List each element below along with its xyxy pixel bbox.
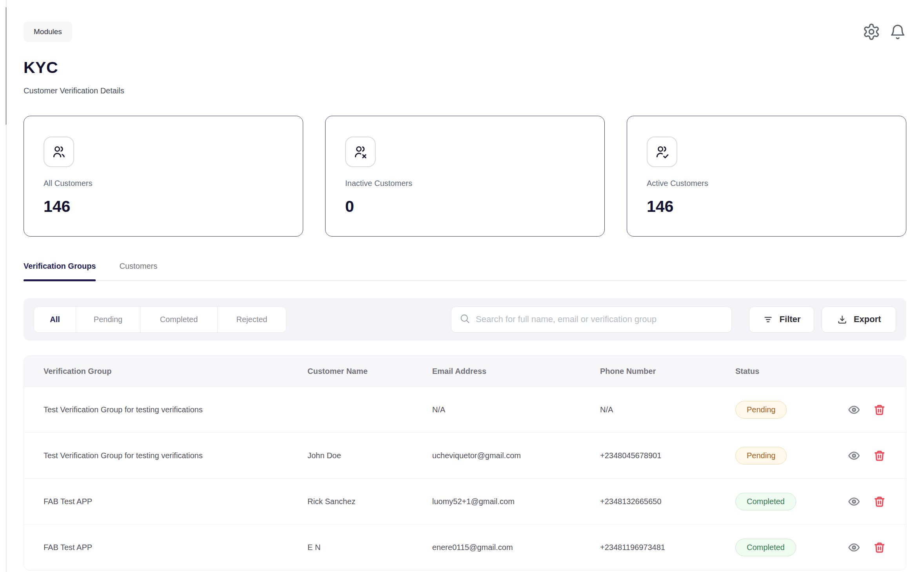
cell-phone: +2348045678901 [600,451,735,460]
filter-lines-icon [763,314,773,325]
cell-verification-group: Test Verification Group for testing veri… [24,405,307,414]
users-icon [44,137,74,167]
user-x-icon [345,137,376,167]
cell-phone: N/A [600,405,735,414]
cell-customer-name: Rick Sanchez [307,497,432,506]
cell-verification-group: FAB Test APP [24,497,307,506]
stat-value: 146 [647,197,906,216]
status-badge: Pending [735,447,787,465]
table-row: FAB Test APP E N enere0115@gmail.com +23… [24,524,906,570]
tab-customers[interactable]: Customers [119,262,157,280]
status-badge: Pending [735,401,787,419]
cell-email: ucheviquetor@gmail.com [432,451,600,460]
search-input[interactable] [476,314,724,324]
column-header: Verification Group [24,367,307,376]
user-check-icon [647,137,677,167]
search-box [451,306,732,333]
delete-trash-icon[interactable] [873,495,886,508]
filter-button-label: Filter [780,314,801,324]
filter-button[interactable]: Filter [749,306,814,333]
column-header: Customer Name [307,367,432,376]
status-badge: Completed [735,493,796,510]
column-header: Email Address [432,367,600,376]
kyc-page: Modules KYC Customer Verification Detail [0,0,924,572]
export-button-label: Export [854,314,881,324]
delete-trash-icon[interactable] [873,541,886,554]
status-badge: Completed [735,539,796,556]
segment-all[interactable]: All [34,307,76,332]
cell-phone: +2348132665650 [600,497,735,506]
view-eye-icon[interactable] [848,541,860,554]
topbar: Modules [24,22,906,42]
view-eye-icon[interactable] [848,403,860,416]
cell-verification-group: FAB Test APP [24,543,307,552]
table-header: Verification Group Customer Name Email A… [24,356,906,386]
stat-label: Active Customers [647,179,906,188]
table-row: Test Verification Group for testing veri… [24,386,906,432]
stat-cards: All Customers 146 Inactive Customers [24,116,906,237]
verification-table: Verification Group Customer Name Email A… [24,355,906,570]
column-header: Status [735,367,833,376]
stat-card-active-customers: Active Customers 146 [627,116,906,237]
cell-customer-name: E N [307,543,432,552]
settings-gear-icon[interactable] [862,23,880,41]
column-header: Phone Number [600,367,735,376]
stat-label: All Customers [44,179,303,188]
cell-email: enere0115@gmail.com [432,543,600,552]
table-row: Test Verification Group for testing veri… [24,432,906,478]
tab-verification-groups[interactable]: Verification Groups [24,262,96,280]
stat-value: 146 [44,197,303,216]
cell-verification-group: Test Verification Group for testing veri… [24,451,307,460]
stat-value: 0 [345,197,604,216]
cell-email: luomy52+1@gmail.com [432,497,600,506]
delete-trash-icon[interactable] [873,450,886,462]
export-button[interactable]: Export [822,306,896,333]
cell-email: N/A [432,405,600,414]
page-title: KYC [24,58,906,77]
table-row: FAB Test APP Rick Sanchez luomy52+1@gmai… [24,478,906,524]
notification-bell-icon[interactable] [889,23,906,40]
view-eye-icon[interactable] [848,449,860,462]
view-eye-icon[interactable] [848,495,860,508]
cell-customer-name: John Doe [307,451,432,460]
stat-card-all-customers: All Customers 146 [24,116,303,237]
segment-rejected[interactable]: Rejected [218,307,286,332]
search-icon [459,313,470,326]
download-icon [837,314,848,325]
cell-phone: +23481196973481 [600,543,735,552]
delete-trash-icon[interactable] [873,404,886,416]
stat-card-inactive-customers: Inactive Customers 0 [325,116,605,237]
filter-panel: All Pending Completed Rejected [24,298,906,341]
scrollbar-thumb[interactable] [5,7,7,125]
page-subtitle: Customer Verification Details [24,86,906,95]
segment-completed[interactable]: Completed [140,307,218,332]
stat-label: Inactive Customers [345,179,604,188]
tab-bar: Verification Groups Customers [24,262,906,281]
breadcrumb[interactable]: Modules [24,22,72,42]
segment-pending[interactable]: Pending [76,307,140,332]
status-segmented-control: All Pending Completed Rejected [34,306,286,333]
